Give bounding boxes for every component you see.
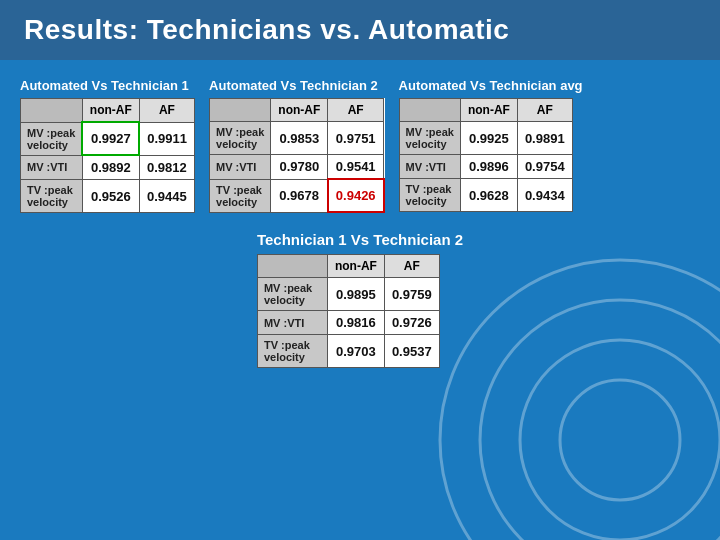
table-group-tech1: Automated Vs Technician 1 non-AF AF MV :… [20, 78, 195, 213]
table-row: MV :VTI 0.9816 0.9726 [257, 311, 439, 335]
t1-vti-af: 0.9812 [139, 155, 194, 180]
t1-tv-peak-af: 0.9445 [139, 180, 194, 213]
table-row: TV :peakvelocity 0.9628 0.9434 [399, 179, 572, 212]
t2-vti-nonaf: 0.9780 [271, 155, 328, 180]
tavg-tv-peak-nonaf: 0.9628 [460, 179, 517, 212]
t1v2-tv-peak-af: 0.9537 [384, 335, 439, 368]
table-row: MV :peakvelocity 0.9927 0.9911 [21, 122, 195, 155]
bottom-tables-section: Technician 1 Vs Technician 2 non-AF AF M… [20, 231, 700, 368]
t1v2-mv-peak-nonaf: 0.9895 [327, 278, 384, 311]
table-tech2: non-AF AF MV :peakvelocity 0.9853 0.9751… [209, 98, 385, 213]
table-row: TV :peakvelocity 0.9526 0.9445 [21, 180, 195, 213]
col-header-nonaf-t1v2: non-AF [327, 255, 384, 278]
table-row: MV :VTI 0.9892 0.9812 [21, 155, 195, 180]
table-row: MV :peakvelocity 0.9925 0.9891 [399, 122, 572, 155]
col-header-af-tavg: AF [517, 99, 572, 122]
svg-point-3 [560, 380, 680, 500]
t2-mv-peak-nonaf: 0.9853 [271, 122, 328, 155]
table-techavg: non-AF AF MV :peakvelocity 0.9925 0.9891… [399, 98, 573, 212]
table-tech1vs2: non-AF AF MV :peakvelocity 0.9895 0.9759… [257, 254, 440, 368]
t2-vti-af: 0.9541 [328, 155, 384, 180]
table-group-tech1vs2: Technician 1 Vs Technician 2 non-AF AF M… [257, 231, 463, 368]
t1v2-vti-nonaf: 0.9816 [327, 311, 384, 335]
t1-mv-peak-af: 0.9911 [139, 122, 194, 155]
tavg-mv-peak-af: 0.9891 [517, 122, 572, 155]
t2-mv-peak-af: 0.9751 [328, 122, 384, 155]
col-header-nonaf-t1: non-AF [82, 99, 139, 123]
table-row: TV :peakvelocity 0.9678 0.9426 [210, 179, 384, 212]
tavg-vti-af: 0.9754 [517, 155, 572, 179]
t1-tv-peak-nonaf: 0.9526 [82, 180, 139, 213]
table-title-tech1vs2: Technician 1 Vs Technician 2 [257, 231, 463, 248]
table-title-tech1: Automated Vs Technician 1 [20, 78, 195, 93]
t2-tv-peak-nonaf: 0.9678 [271, 179, 328, 212]
page-title: Results: Technicians vs. Automatic [0, 0, 720, 60]
col-header-af-t1: AF [139, 99, 194, 123]
table-row: MV :peakvelocity 0.9853 0.9751 [210, 122, 384, 155]
t1-mv-peak-nonaf: 0.9927 [82, 122, 139, 155]
table-title-tech2: Automated Vs Technician 2 [209, 78, 385, 93]
tavg-mv-peak-nonaf: 0.9925 [460, 122, 517, 155]
t2-tv-peak-af: 0.9426 [328, 179, 384, 212]
tavg-vti-nonaf: 0.9896 [460, 155, 517, 179]
col-header-nonaf-tavg: non-AF [460, 99, 517, 122]
table-row: MV :peakvelocity 0.9895 0.9759 [257, 278, 439, 311]
col-header-af-t2: AF [328, 99, 384, 122]
t1v2-vti-af: 0.9726 [384, 311, 439, 335]
t1v2-tv-peak-nonaf: 0.9703 [327, 335, 384, 368]
table-row: TV :peakvelocity 0.9703 0.9537 [257, 335, 439, 368]
table-row: MV :VTI 0.9780 0.9541 [210, 155, 384, 180]
col-header-nonaf-t2: non-AF [271, 99, 328, 122]
table-row: MV :VTI 0.9896 0.9754 [399, 155, 572, 179]
t1-vti-nonaf: 0.9892 [82, 155, 139, 180]
table-tech1: non-AF AF MV :peakvelocity 0.9927 0.9911… [20, 98, 195, 213]
t1v2-mv-peak-af: 0.9759 [384, 278, 439, 311]
table-group-techavg: Automated Vs Technician avg non-AF AF MV… [399, 78, 583, 213]
top-tables-section: Automated Vs Technician 1 non-AF AF MV :… [20, 78, 700, 213]
tavg-tv-peak-af: 0.9434 [517, 179, 572, 212]
col-header-af-t1v2: AF [384, 255, 439, 278]
table-group-tech2: Automated Vs Technician 2 non-AF AF MV :… [209, 78, 385, 213]
table-title-techavg: Automated Vs Technician avg [399, 78, 583, 93]
